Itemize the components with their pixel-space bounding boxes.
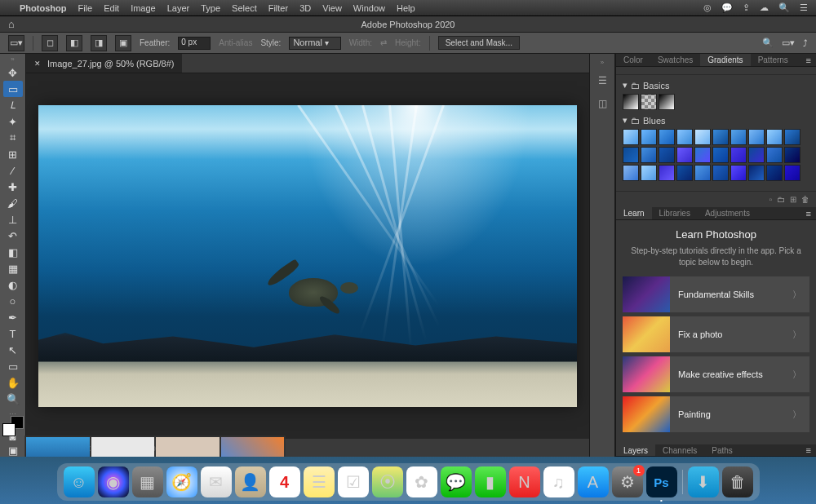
- new-group-icon[interactable]: 🗀: [777, 195, 785, 204]
- dock-mail[interactable]: ✉: [201, 466, 232, 497]
- canvas-viewport[interactable]: [26, 73, 589, 439]
- dock-notes[interactable]: ☰: [304, 466, 335, 497]
- selection-intersect-icon[interactable]: ▣: [115, 35, 131, 51]
- tool-gradient[interactable]: ▦: [3, 260, 23, 276]
- dock-news[interactable]: N: [509, 466, 540, 497]
- dock-messages[interactable]: 💬: [441, 466, 472, 497]
- menu-type[interactable]: Type: [201, 3, 220, 13]
- panel-menu-icon[interactable]: ≡: [801, 54, 816, 66]
- gradient-swatch[interactable]: [712, 165, 729, 181]
- gradient-swatch[interactable]: [641, 94, 657, 110]
- menu-window[interactable]: Window: [353, 3, 385, 13]
- chat-icon[interactable]: 💬: [721, 2, 733, 13]
- dock-finder[interactable]: ☺: [64, 466, 95, 497]
- gradient-swatch[interactable]: [641, 147, 657, 163]
- color-swatches[interactable]: [2, 423, 24, 429]
- learn-item[interactable]: Make creative effects〉: [623, 356, 809, 392]
- menu-edit[interactable]: Edit: [104, 3, 119, 13]
- gradient-swatch[interactable]: [748, 147, 765, 163]
- gradient-swatch[interactable]: [712, 129, 729, 145]
- menu-select[interactable]: Select: [232, 3, 257, 13]
- tab-channels[interactable]: Channels: [655, 444, 704, 456]
- gradient-swatch[interactable]: [766, 147, 783, 163]
- tool-wand[interactable]: ✦: [3, 113, 23, 130]
- gradient-swatch[interactable]: [730, 147, 747, 163]
- feather-input[interactable]: 0 px: [178, 37, 211, 50]
- gradient-swatch[interactable]: [623, 165, 639, 181]
- dock-facetime[interactable]: ▮: [475, 466, 506, 497]
- gradient-group-header[interactable]: ▾🗀 Basics: [623, 80, 809, 91]
- gradient-swatch[interactable]: [784, 147, 800, 163]
- tab-color[interactable]: Color: [616, 54, 650, 66]
- tool-zoom[interactable]: 🔍: [3, 391, 23, 407]
- gradient-swatch[interactable]: [641, 129, 657, 145]
- panel-menu-icon[interactable]: ≡: [801, 444, 816, 456]
- menu-image[interactable]: Image: [131, 3, 156, 13]
- tool-path[interactable]: ↖: [3, 342, 23, 358]
- dock-siri[interactable]: ◉: [98, 466, 129, 497]
- new-preset-icon[interactable]: ⊞: [790, 195, 796, 204]
- dock-trash[interactable]: 🗑: [722, 466, 753, 497]
- menu-file[interactable]: File: [78, 3, 92, 13]
- search-icon[interactable]: 🔍: [778, 2, 790, 13]
- gradient-swatch[interactable]: [748, 165, 765, 181]
- tool-lasso[interactable]: 𝘓: [3, 97, 23, 113]
- gradient-swatch[interactable]: [694, 129, 711, 145]
- dock-launchpad[interactable]: ▦: [132, 466, 163, 497]
- gradient-swatch[interactable]: [659, 165, 675, 181]
- tool-eraser[interactable]: ◧: [3, 244, 23, 260]
- dock-reminders[interactable]: ☑: [338, 466, 369, 497]
- tool-shape[interactable]: ▭: [3, 358, 23, 374]
- properties-panel-icon[interactable]: ◫: [594, 95, 610, 112]
- panel-menu-icon[interactable]: ≡: [801, 207, 816, 219]
- tool-blur[interactable]: ◐: [3, 276, 23, 293]
- menu-view[interactable]: View: [322, 3, 342, 13]
- document-tab[interactable]: ✕ Image_27.jpg @ 50% (RGB/8#): [26, 54, 182, 73]
- learn-item[interactable]: Fix a photo〉: [623, 316, 809, 352]
- learn-item[interactable]: Painting〉: [623, 396, 809, 432]
- dock-appstore[interactable]: A: [578, 466, 609, 497]
- style-select[interactable]: Normal ▾: [289, 37, 340, 50]
- gradient-swatch[interactable]: [623, 94, 639, 110]
- screenmode-icon[interactable]: ▣: [3, 444, 23, 457]
- menu-extras-icon[interactable]: ☰: [800, 2, 808, 13]
- gradient-swatch[interactable]: [694, 165, 711, 181]
- gradient-swatch[interactable]: [676, 147, 693, 163]
- cloud-icon[interactable]: ☁: [760, 2, 769, 13]
- gradient-swatch[interactable]: [730, 129, 747, 145]
- home-button[interactable]: ⌂: [8, 18, 15, 30]
- dock-photos[interactable]: ✿: [406, 466, 437, 497]
- gradient-swatch[interactable]: [659, 129, 675, 145]
- tab-paths[interactable]: Paths: [704, 444, 740, 456]
- menu-filter[interactable]: Filter: [268, 3, 288, 13]
- menu-help[interactable]: Help: [397, 3, 415, 13]
- cc-icon[interactable]: ◎: [703, 2, 712, 13]
- gradient-swatch[interactable]: [712, 147, 729, 163]
- menu-layer[interactable]: Layer: [167, 3, 190, 13]
- tab-learn[interactable]: Learn: [616, 207, 652, 219]
- gradient-swatch[interactable]: [659, 147, 675, 163]
- tab-gradients[interactable]: Gradients: [700, 54, 750, 66]
- selection-new-icon[interactable]: ◻: [42, 35, 58, 51]
- tool-dodge[interactable]: ○: [3, 293, 23, 309]
- tool-preset-dropdown[interactable]: ▭▾: [8, 35, 24, 51]
- gradient-swatch[interactable]: [623, 129, 639, 145]
- learn-item[interactable]: Fundamental Skills〉: [623, 276, 809, 312]
- gradient-swatch[interactable]: [766, 165, 783, 181]
- tool-healing[interactable]: ✚: [3, 179, 23, 195]
- tool-move[interactable]: ✥: [3, 64, 23, 81]
- dock-maps[interactable]: ⦿: [372, 466, 403, 497]
- save-preset-icon[interactable]: ▫: [769, 195, 772, 204]
- tab-adjustments[interactable]: Adjustments: [698, 207, 757, 219]
- selection-add-icon[interactable]: ◧: [66, 35, 82, 51]
- select-and-mask-button[interactable]: Select and Mask...: [438, 36, 520, 50]
- dock-calendar[interactable]: 4: [269, 466, 300, 497]
- tab-layers[interactable]: Layers: [616, 444, 655, 456]
- tool-crop[interactable]: ⌗: [3, 130, 23, 146]
- gradient-swatch[interactable]: [659, 94, 675, 110]
- menu-3d[interactable]: 3D: [299, 3, 311, 13]
- workspace-icon[interactable]: ▭▾: [782, 38, 795, 48]
- tool-eyedropper[interactable]: ⁄: [3, 162, 23, 179]
- dock-contacts[interactable]: 👤: [235, 466, 266, 497]
- sync-icon[interactable]: ⇪: [743, 2, 750, 13]
